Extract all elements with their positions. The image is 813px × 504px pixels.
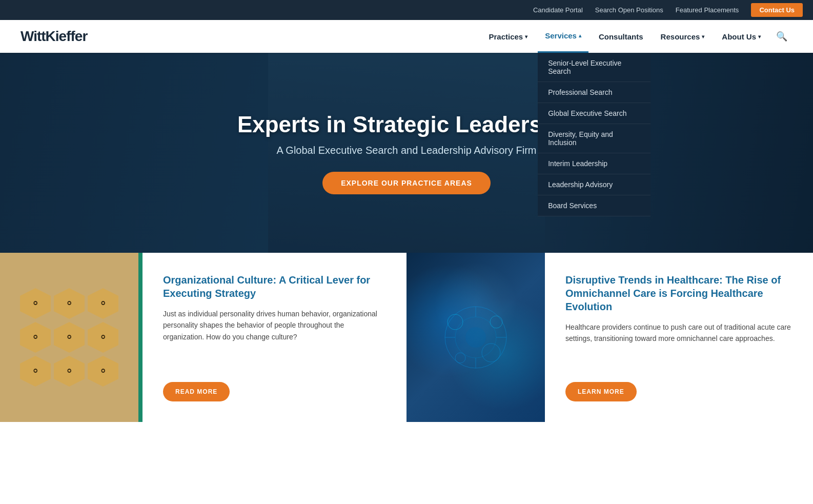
dropdown-item-leadership-advisory[interactable]: Leadership Advisory: [538, 174, 651, 195]
dropdown-item-senior-level[interactable]: Senior-Level Executive Search: [538, 53, 651, 82]
hex-icon-8: ⚬: [54, 356, 85, 387]
card-culture-text: Just as individual personality drives hu…: [163, 308, 386, 370]
nav-about-link[interactable]: About Us ▾: [715, 20, 768, 53]
dropdown-item-interim[interactable]: Interim Leadership: [538, 153, 651, 174]
card-healthcare-body: Disruptive Trends in Healthcare: The Ris…: [545, 253, 813, 422]
svg-point-2: [465, 327, 486, 348]
nav-practices-link[interactable]: Practices ▾: [481, 20, 535, 53]
hex-icon-5: ⚬: [54, 322, 85, 353]
nav-links: Practices ▾ Services ▴ Senior-Level Exec…: [481, 20, 792, 53]
search-open-positions-link[interactable]: Search Open Positions: [595, 6, 663, 14]
svg-point-5: [455, 353, 465, 363]
card-healthcare: Disruptive Trends in Healthcare: The Ris…: [406, 253, 813, 422]
main-nav: WittKieffer Practices ▾ Services ▴ Senio…: [0, 20, 813, 53]
hex-icon-2: ⚬: [54, 288, 85, 319]
card-healthcare-learn-more-button[interactable]: LEARN MORE: [565, 382, 637, 401]
hex-icon-7: ⚬: [20, 356, 51, 387]
card-culture-image: ⚬ ⚬ ⚬ ⚬ ⚬ ⚬ ⚬ ⚬ ⚬: [0, 253, 138, 422]
explore-practice-areas-button[interactable]: EXPLORE OUR PRACTICE AREAS: [322, 172, 491, 194]
resources-arrow-icon: ▾: [702, 34, 704, 39]
nav-item-consultants: Consultants: [592, 20, 651, 53]
dropdown-item-global-executive[interactable]: Global Executive Search: [538, 103, 651, 124]
hero-title: Experts in Strategic Leadership: [237, 112, 576, 137]
hex-icon-9: ⚬: [88, 356, 118, 387]
logo[interactable]: WittKieffer: [21, 28, 87, 45]
hex-icon-1: ⚬: [20, 288, 51, 319]
top-bar: Candidate Portal Search Open Positions F…: [0, 0, 813, 20]
nav-item-services: Services ▴ Senior-Level Executive Search…: [538, 20, 588, 53]
svg-point-4: [490, 316, 502, 328]
about-arrow-icon: ▾: [758, 34, 761, 39]
svg-point-3: [448, 314, 463, 330]
card-culture-title: Organizational Culture: A Critical Lever…: [163, 273, 386, 300]
hero-content: Experts in Strategic Leadership A Global…: [237, 112, 576, 194]
card-healthcare-image: [406, 253, 545, 422]
candidate-portal-link[interactable]: Candidate Portal: [533, 6, 583, 14]
card-culture-read-more-button[interactable]: READ MORE: [163, 382, 230, 401]
card-culture: ⚬ ⚬ ⚬ ⚬ ⚬ ⚬ ⚬ ⚬ ⚬ Organizational Culture…: [0, 253, 406, 422]
practices-arrow-icon: ▾: [525, 34, 527, 39]
contact-us-button[interactable]: Contact Us: [751, 3, 803, 17]
hex-icon-4: ⚬: [20, 322, 51, 353]
hero-section: Experts in Strategic Leadership A Global…: [0, 53, 813, 253]
services-dropdown: Senior-Level Executive Search Profession…: [538, 53, 651, 216]
hex-icon-6: ⚬: [88, 322, 118, 353]
svg-point-6: [482, 344, 500, 362]
search-icon-button[interactable]: 🔍: [771, 31, 792, 42]
card-divider-1: [138, 253, 143, 422]
featured-placements-link[interactable]: Featured Placements: [676, 6, 739, 14]
hero-subtitle: A Global Executive Search and Leadership…: [237, 145, 576, 156]
dropdown-item-professional-search[interactable]: Professional Search: [538, 82, 651, 103]
dropdown-item-board-services[interactable]: Board Services: [538, 195, 651, 216]
tech-svg: [424, 286, 527, 389]
nav-resources-link[interactable]: Resources ▾: [654, 20, 712, 53]
dropdown-item-diversity[interactable]: Diversity, Equity and Inclusion: [538, 124, 651, 153]
services-arrow-icon: ▴: [579, 33, 581, 38]
hex-icon-3: ⚬: [88, 288, 118, 319]
nav-item-practices: Practices ▾: [481, 20, 535, 53]
nav-consultants-link[interactable]: Consultants: [592, 20, 651, 53]
card-healthcare-title: Disruptive Trends in Healthcare: The Ris…: [565, 273, 792, 313]
card-healthcare-text: Healthcare providers continue to push ca…: [565, 321, 792, 370]
card-culture-body: Organizational Culture: A Critical Lever…: [143, 253, 406, 422]
nav-item-about: About Us ▾: [715, 20, 768, 53]
cards-section: ⚬ ⚬ ⚬ ⚬ ⚬ ⚬ ⚬ ⚬ ⚬ Organizational Culture…: [0, 253, 813, 422]
hex-grid: ⚬ ⚬ ⚬ ⚬ ⚬ ⚬ ⚬ ⚬ ⚬: [10, 278, 129, 397]
nav-services-link[interactable]: Services ▴: [538, 20, 588, 53]
nav-item-resources: Resources ▾: [654, 20, 712, 53]
